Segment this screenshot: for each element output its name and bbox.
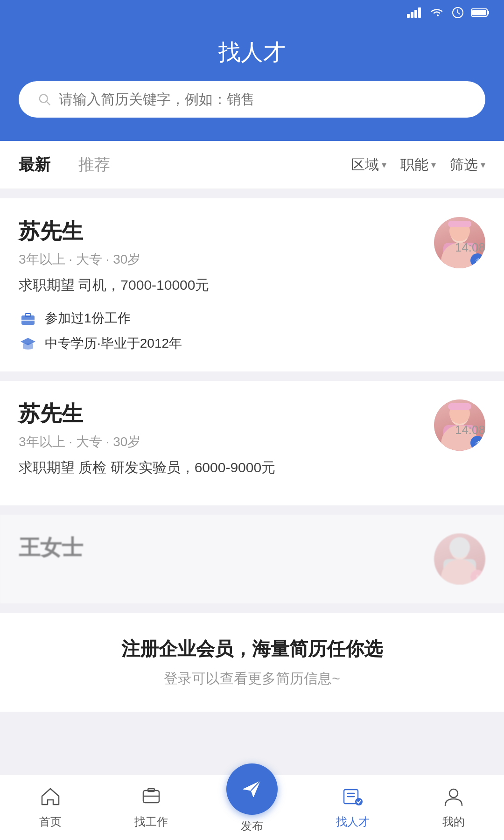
nav-home[interactable]: 首页 — [0, 786, 101, 829]
svg-point-19 — [449, 537, 470, 558]
screen-arrow: ▾ — [481, 159, 485, 170]
card-1-tags: 参加过1份工作 中专学历·毕业于2012年 — [19, 309, 485, 353]
bottom-nav: 首页 找工作 发布 — [0, 775, 504, 840]
card-3-info: 王女士 — [19, 533, 83, 567]
candidate-card-3: 王女士 ♀ — [0, 515, 504, 603]
svg-rect-1 — [411, 12, 413, 18]
card-2-timestamp: 14:08 — [455, 423, 485, 437]
promo-subtitle: 登录可以查看更多简历信息~ — [19, 669, 485, 688]
svg-rect-0 — [407, 14, 410, 18]
nav-find-talent-label: 找人才 — [336, 814, 370, 829]
nav-mine[interactable]: 我的 — [403, 786, 504, 829]
card-1-header: 苏先生 3年以上 · 大专 · 30岁 求职期望 司机，7000-10000元 … — [19, 217, 485, 304]
nav-publish-label: 发布 — [241, 819, 263, 833]
filter-group: 区域 ▾ 职能 ▾ 筛选 ▾ — [351, 155, 485, 175]
find-job-icon — [140, 786, 162, 811]
nav-find-job-label: 找工作 — [134, 814, 168, 829]
content-area: 苏先生 3年以上 · 大专 · 30岁 求职期望 司机，7000-10000元 … — [0, 189, 504, 721]
filter-function[interactable]: 职能 ▾ — [400, 155, 436, 175]
card-1-tag-work-text: 参加过1份工作 — [45, 309, 131, 327]
home-icon — [40, 786, 61, 811]
header: 找人才 — [0, 28, 504, 141]
area-arrow: ▾ — [382, 159, 386, 170]
card-2-meta: 3年以上 · 大专 · 30岁 — [19, 433, 275, 451]
svg-point-28 — [355, 798, 363, 805]
card-1-meta: 3年以上 · 大专 · 30岁 — [19, 251, 210, 268]
svg-point-29 — [449, 789, 458, 798]
card-1-name: 苏先生 — [19, 217, 210, 246]
card-1-tag-edu: 中专学历·毕业于2012年 — [19, 334, 485, 353]
svg-rect-18 — [448, 403, 471, 410]
card-2-job: 求职期望 质检 研发实验员，6000-9000元 — [19, 458, 275, 477]
signal-icon — [407, 7, 422, 21]
card-1-gender-badge: ♂ — [470, 253, 484, 267]
card-2-info: 苏先生 3年以上 · 大专 · 30岁 求职期望 质检 研发实验员，6000-9… — [19, 399, 275, 487]
wifi-icon — [429, 7, 444, 21]
page-title: 找人才 — [19, 37, 485, 67]
card-3-name: 王女士 — [19, 533, 83, 562]
send-icon — [239, 777, 265, 802]
svg-rect-20 — [443, 559, 476, 585]
filter-screen[interactable]: 筛选 ▾ — [450, 155, 485, 175]
card-1-job: 求职期望 司机，7000-10000元 — [19, 276, 210, 295]
promo-title: 注册企业会员，海量简历任你选 — [19, 636, 485, 662]
card-2-name: 苏先生 — [19, 399, 275, 428]
svg-rect-6 — [487, 11, 489, 14]
nav-home-label: 首页 — [39, 814, 62, 829]
card-1-tag-work: 参加过1份工作 — [19, 309, 485, 328]
svg-rect-11 — [448, 221, 471, 227]
svg-rect-3 — [418, 7, 421, 18]
candidate-card-1[interactable]: 苏先生 3年以上 · 大专 · 30岁 求职期望 司机，7000-10000元 … — [0, 198, 504, 371]
candidate-card-2[interactable]: 苏先生 3年以上 · 大专 · 30岁 求职期望 质检 研发实验员，6000-9… — [0, 381, 504, 505]
svg-rect-2 — [414, 10, 417, 18]
find-talent-icon — [342, 786, 364, 811]
nav-mine-label: 我的 — [442, 814, 465, 829]
nav-find-job[interactable]: 找工作 — [101, 786, 202, 829]
battery-icon — [471, 8, 490, 20]
svg-rect-7 — [472, 10, 486, 15]
promo-overlay: 注册企业会员，海量简历任你选 登录可以查看更多简历信息~ — [0, 613, 504, 712]
card-3-avatar: ♀ — [434, 533, 485, 585]
publish-fab-button[interactable] — [226, 763, 278, 815]
briefcase-icon — [19, 309, 37, 328]
svg-rect-13 — [25, 314, 31, 316]
filter-area[interactable]: 区域 ▾ — [351, 155, 386, 175]
card-1-tag-edu-text: 中专学历·毕业于2012年 — [45, 335, 182, 352]
tab-latest[interactable]: 最新 — [19, 154, 50, 175]
card-1-timestamp: 14:08 — [455, 240, 485, 255]
search-icon — [37, 92, 51, 107]
card-3-header: 王女士 ♀ — [19, 533, 485, 585]
card-2-gender-badge: ♂ — [470, 436, 484, 450]
graduation-icon — [19, 334, 37, 353]
search-bar[interactable] — [19, 81, 485, 118]
status-bar — [0, 0, 504, 28]
clock-icon — [452, 7, 464, 21]
tab-filter-bar: 最新 推荐 区域 ▾ 职能 ▾ 筛选 ▾ — [0, 141, 504, 189]
nav-publish[interactable]: 发布 — [202, 782, 302, 833]
nav-find-talent[interactable]: 找人才 — [302, 786, 403, 829]
person-icon — [443, 786, 464, 811]
card-3-gender-badge: ♀ — [470, 570, 484, 584]
card-1-info: 苏先生 3年以上 · 大专 · 30岁 求职期望 司机，7000-10000元 — [19, 217, 210, 304]
search-input[interactable] — [59, 91, 467, 107]
function-arrow: ▾ — [431, 159, 436, 170]
tab-recommended[interactable]: 推荐 — [78, 154, 110, 175]
card-2-header: 苏先生 3年以上 · 大专 · 30岁 求职期望 质检 研发实验员，6000-9… — [19, 399, 485, 487]
